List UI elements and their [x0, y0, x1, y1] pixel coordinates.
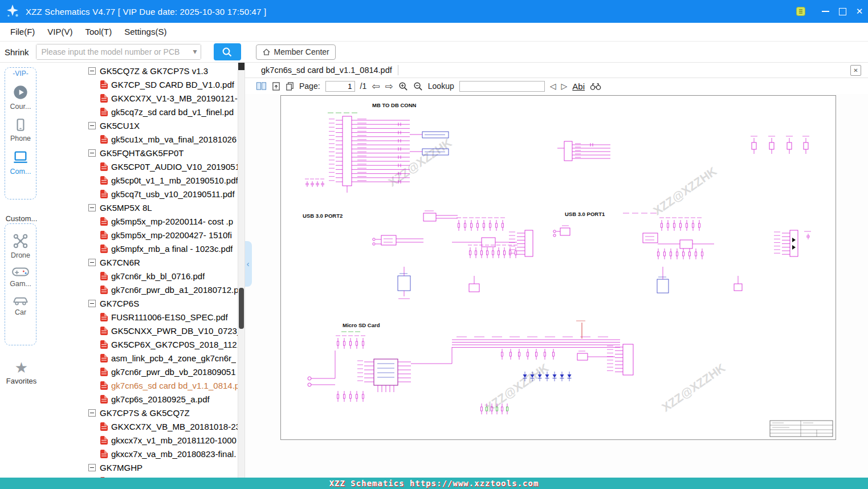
chevron-left-icon: ‹	[247, 259, 250, 268]
sidebar-item-course[interactable]: Cour...	[10, 84, 31, 111]
prev-page-button[interactable]: ⇦	[372, 82, 380, 91]
tab-divider	[398, 65, 398, 75]
schematic-svg: XZZ@XZZHK XZZ@XZZHK XZZ@XZZHK XZZ@XZZHK …	[281, 96, 836, 439]
tree-file-row[interactable]: gk5mp5x_mp-20200427- 1510fi	[43, 228, 239, 242]
lookup-input[interactable]	[459, 81, 545, 92]
schematic-label-micro-sd: Micro SD Card	[343, 322, 380, 328]
collapse-icon	[88, 149, 96, 157]
tree-file-row[interactable]: GK5CNXX_PWR_DB_V10_0723_1	[43, 324, 239, 337]
menu-item-vipv[interactable]: VIP(V)	[41, 23, 79, 41]
menu-item-filef[interactable]: File(F)	[4, 23, 41, 41]
tree-scrollbar[interactable]	[238, 63, 244, 478]
pdf-toolbar: Page: /1 ⇦ ⇨ Lookup ◁	[245, 78, 868, 94]
tree-row-label: GK5CQ7Z & GK7CP7S v1.3	[100, 66, 208, 76]
pdf-file-icon	[100, 162, 108, 171]
tree-row-label: gk5cp0t_v1_1_mb_20190510.pdf	[111, 176, 238, 185]
tree-group-row[interactable]: GK7CN6R	[43, 255, 239, 269]
collapse-icon	[88, 300, 96, 307]
next-page-button[interactable]: ⇨	[385, 82, 393, 91]
license-icon[interactable]	[795, 6, 806, 17]
match-case-toggle[interactable]: Abi	[572, 82, 585, 91]
tree-file-row[interactable]: gk5cu1x_mb_va_final_20181026	[43, 132, 239, 146]
sidebar-item-drone[interactable]: Drone	[11, 233, 30, 259]
collapse-icon	[88, 204, 96, 211]
shrink-button[interactable]: Shrink	[5, 47, 29, 57]
dual-page-view-button[interactable]	[256, 82, 267, 91]
panel-collapse-handle[interactable]: ‹	[245, 241, 252, 287]
pdf-canvas[interactable]: XZZ@XZZHK XZZ@XZZHK XZZ@XZZHK XZZ@XZZHK …	[245, 94, 868, 478]
tree-group-row[interactable]: GK5MP5X 8L	[43, 201, 239, 214]
tree-group-row[interactable]: GK7MGHP	[43, 461, 239, 474]
tree-group-row[interactable]: GK5CQ7Z & GK7CP7S v1.3	[43, 64, 239, 78]
tree-file-row[interactable]: GKXCX7X_V1-3_MB_20190121-F	[43, 91, 239, 105]
tree-group-row[interactable]: GK5CU1X	[43, 119, 239, 132]
copy-page-button[interactable]	[286, 82, 294, 91]
member-center-button[interactable]: Member Center	[256, 44, 336, 60]
tree-file-row[interactable]: GK5CP0T_AUDIO_V10_20190514	[43, 160, 239, 173]
tree-file-row[interactable]: gk7cn6s_sd card bd_v1.1_0814.p	[43, 378, 239, 392]
menu-item-toolt[interactable]: Tool(T)	[79, 23, 119, 41]
next-page-icon: ⇨	[385, 82, 393, 91]
sidebar-item-computer[interactable]: Com...	[10, 149, 31, 176]
page-number-input[interactable]	[325, 81, 355, 92]
tree-group-row[interactable]: GK7CP6S	[43, 296, 239, 310]
pdf-file-icon	[100, 176, 108, 185]
custom-group-box: Drone Gam... Car	[5, 223, 36, 345]
tree-file-row[interactable]: GKXCX7X_VB_MB_20181018-23(	[43, 419, 239, 433]
zoom-out-button[interactable]	[413, 82, 423, 91]
pdf-file-icon	[100, 354, 108, 362]
pdf-file-icon	[100, 217, 108, 226]
tree-file-row[interactable]: gk5cq7z_sd card bd_v1_finel.pd	[43, 105, 239, 119]
tree-file-row[interactable]: gk7cn6r_kb_bl_0716.pdf	[43, 269, 239, 283]
find-all-button[interactable]	[590, 82, 601, 91]
statusbar: XZZ Schematics https://www.xzztools.com	[0, 478, 868, 489]
scrollbar-thumb[interactable]	[239, 288, 244, 329]
tree-file-row[interactable]: gk5cp0t_v1_1_mb_20190510.pdf	[43, 173, 239, 187]
chevron-down-icon[interactable]: ▾	[193, 47, 197, 56]
tree-row-label: GK5CP6X_GK7CP0S_2018_1121.p	[111, 340, 239, 349]
tree-file-row[interactable]: GK7CP_SD CARD BD_V1.0.pdf	[43, 78, 239, 91]
menu-item-settingss[interactable]: Settings(S)	[118, 23, 173, 41]
sidebar-item-car[interactable]: Car	[12, 295, 29, 316]
search-button[interactable]	[214, 43, 241, 60]
tree-file-row[interactable]: gkxcx7x_v1_mb_20181120-1000	[43, 433, 239, 447]
tree-row-label: GK7CP_SD CARD BD_V1.0.pdf	[111, 80, 234, 89]
maximize-button[interactable]	[834, 0, 851, 23]
zoom-in-button[interactable]	[398, 82, 408, 91]
file-tree: GK5CQ7Z & GK7CP7S v1.3GK7CP_SD CARD BD_V…	[43, 64, 239, 478]
tree-file-row[interactable]: FUSR111006-E1S0_SPEC.pdf	[43, 310, 239, 324]
scrollbar-top-button[interactable]	[238, 63, 244, 70]
sidebar-item-favorites[interactable]: ★ Favorites	[0, 360, 43, 385]
tree-row-label: GK5CP0T_AUDIO_V10_20190514	[111, 162, 239, 172]
prev-result-button[interactable]: ◁	[550, 82, 556, 90]
tree-row-label: gk7cp6s_20180925_a.pdf	[111, 394, 210, 404]
tree-file-row[interactable]: gk5cq7t_usb_v10_20190511.pdf	[43, 187, 239, 201]
tree-file-row[interactable]: asm_link_pcb_4_zone_gk7cn6r_	[43, 351, 239, 365]
tree-file-row[interactable]: gk5mp5x_mp-20200114- cost .p	[43, 214, 239, 228]
tree-row-label: GKXCX7X_VB_MB_20181018-23(	[111, 422, 239, 431]
custom-section-label: Custom...	[0, 214, 43, 223]
tree-group-row[interactable]: GK7CP7S & GK5CQ7Z	[43, 406, 239, 419]
tree-file-row[interactable]: gk5mpfx_mb_a final - 1023c.pdf	[43, 242, 239, 255]
next-result-button[interactable]: ▷	[561, 82, 568, 90]
page-up-button[interactable]	[272, 82, 280, 91]
close-button[interactable]: ✕	[851, 0, 868, 23]
tree-file-row[interactable]: gk7cp6s_20180925_a.pdf	[43, 392, 239, 406]
search-input[interactable]	[36, 44, 201, 59]
close-document-button[interactable]: ✕	[850, 65, 861, 76]
tree-row-label: gkxcx7x_va_mb_20180823-final.	[111, 449, 236, 459]
schematic-label-usb-port2: USB 3.0 PORT2	[303, 213, 343, 219]
app-logo-icon	[5, 4, 20, 19]
tree-file-row[interactable]: gk7cn6r_pwr_db_vb_201809051	[43, 365, 239, 378]
minimize-button[interactable]	[817, 0, 834, 23]
pdf-page: XZZ@XZZHK XZZ@XZZHK XZZ@XZZHK XZZ@XZZHK …	[280, 95, 836, 440]
tree-file-row[interactable]: gkxcx7x_va_mb_20180823-final.	[43, 447, 239, 461]
document-tab[interactable]: gk7cn6s_sd card bd_v1.1_0814.pdf	[261, 66, 392, 75]
tree-file-row[interactable]: GK5CP6X_GK7CP0S_2018_1121.p	[43, 337, 239, 351]
sidebar-item-phone[interactable]: Phone	[10, 117, 31, 142]
tree-group-row[interactable]: GK5FQHT&GK5FP0T	[43, 146, 239, 160]
document-tab-bar: gk7cn6s_sd card bd_v1.1_0814.pdf ✕	[245, 63, 868, 78]
tree-file-row[interactable]: gk7cn6r_pwr_db_a1_20180712.p	[43, 283, 239, 296]
tree-row-label: GK7CP7S & GK5CQ7Z	[100, 408, 190, 418]
sidebar-item-gamepad[interactable]: Gam...	[10, 266, 31, 288]
